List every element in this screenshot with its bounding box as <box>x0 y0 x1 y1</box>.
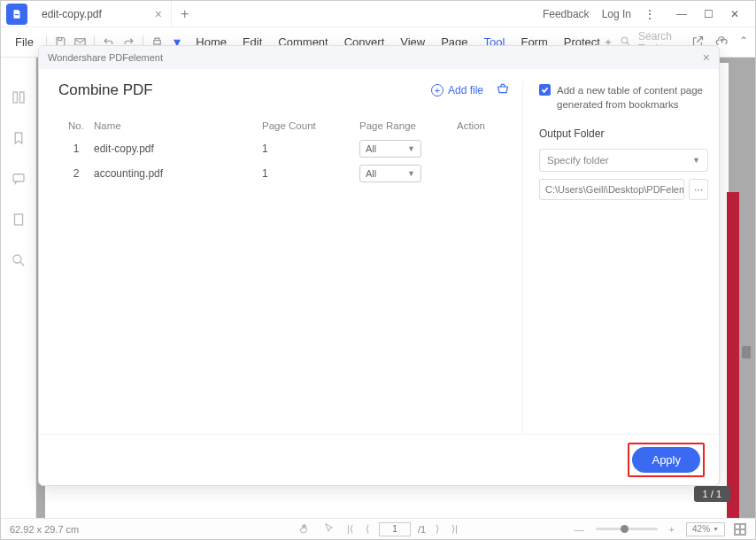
select-tool-icon[interactable] <box>320 522 337 536</box>
basket-icon[interactable] <box>496 81 510 99</box>
tab-label: edit-copy.pdf <box>42 8 102 20</box>
titlebar: edit-copy.pdf × + Feedback Log In ⋮ — ☐ … <box>1 1 755 27</box>
add-file-label: Add file <box>448 84 483 96</box>
document-tab[interactable]: edit-copy.pdf × <box>33 1 172 27</box>
svg-rect-1 <box>58 38 62 41</box>
toc-label: Add a new table of content page generate… <box>557 83 708 112</box>
files-table: No. Name Page Count Page Range Action 1 … <box>58 115 510 186</box>
chevron-down-icon: ▼ <box>713 526 719 532</box>
zoom-slider[interactable] <box>596 528 658 530</box>
row-name: edit-copy.pdf <box>94 143 262 155</box>
fit-view-icon[interactable] <box>734 523 746 536</box>
page-number-input[interactable]: 1 <box>379 522 411 536</box>
apply-button[interactable]: Apply <box>632 447 700 473</box>
zoom-in-icon[interactable]: + <box>667 524 677 535</box>
row-name: accounting.pdf <box>94 167 262 180</box>
close-window-button[interactable]: ✕ <box>721 1 748 27</box>
dialog-brand: Wondershare PDFelement <box>48 52 163 63</box>
dialog-close-icon[interactable]: × <box>703 50 710 65</box>
login-link[interactable]: Log In <box>602 8 631 20</box>
first-page-icon[interactable]: |⟨ <box>344 523 356 535</box>
page-total: /1 <box>418 524 426 535</box>
apply-highlight: Apply <box>628 443 705 477</box>
output-folder-select[interactable]: Specify folder ▼ <box>539 149 708 172</box>
svg-rect-7 <box>13 174 24 181</box>
row-pagecount: 1 <box>262 167 359 180</box>
attachment-icon[interactable] <box>11 212 27 228</box>
feedback-link[interactable]: Feedback <box>543 8 590 20</box>
more-menu-icon[interactable]: ⋮ <box>644 7 656 21</box>
svg-point-4 <box>621 37 628 43</box>
last-page-icon[interactable]: ⟩| <box>449 523 460 535</box>
zoom-value: 42% <box>692 524 710 534</box>
toc-checkbox[interactable] <box>539 84 551 96</box>
zoom-thumb[interactable] <box>621 525 629 533</box>
search-rail-icon[interactable] <box>11 252 27 268</box>
svg-rect-5 <box>13 92 18 103</box>
dialog-header: Wondershare PDFelement × <box>39 46 719 69</box>
document-edge <box>727 192 739 520</box>
svg-rect-6 <box>19 92 24 103</box>
page-dimensions: 62.92 x 29.7 cm <box>10 524 79 535</box>
chevron-down-icon: ▼ <box>407 144 415 153</box>
prev-page-icon[interactable]: ⟨ <box>363 523 372 535</box>
browse-button[interactable]: ··· <box>689 179 708 200</box>
add-file-button[interactable]: + Add file <box>431 84 483 96</box>
page-range-select[interactable]: All▼ <box>359 140 421 158</box>
table-header: No. Name Page Count Page Range Action <box>58 115 510 136</box>
folder-select-value: Specify folder <box>547 155 609 166</box>
row-pagecount: 1 <box>262 143 359 155</box>
bookmark-icon[interactable] <box>11 130 27 146</box>
zoom-out-icon[interactable]: — <box>572 524 587 535</box>
chevron-down-icon: ▼ <box>692 156 700 165</box>
range-value: All <box>366 168 376 179</box>
col-name: Name <box>94 120 262 131</box>
output-path-field[interactable]: C:\Users\Geili\Desktop\PDFelement\Cc <box>539 179 684 200</box>
thumbnails-icon[interactable] <box>11 89 27 105</box>
next-page-icon[interactable]: ⟩ <box>433 523 442 535</box>
current-page: 1 <box>392 524 397 534</box>
app-logo-icon <box>6 4 27 25</box>
page-indicator: 1 / 1 <box>694 486 730 502</box>
range-value: All <box>366 143 376 154</box>
dialog-title: Combine PDF <box>58 81 153 99</box>
svg-rect-8 <box>14 214 22 225</box>
page-range-select[interactable]: All▼ <box>359 165 421 182</box>
table-row[interactable]: 1 edit-copy.pdf 1 All▼ <box>58 136 510 161</box>
svg-rect-0 <box>15 14 19 15</box>
left-rail <box>1 58 36 518</box>
file-menu[interactable]: File <box>8 35 41 49</box>
col-no: No. <box>58 120 94 131</box>
new-tab-button[interactable]: + <box>172 6 197 22</box>
output-folder-label: Output Folder <box>539 127 708 140</box>
table-row[interactable]: 2 accounting.pdf 1 All▼ <box>58 161 510 186</box>
row-no: 2 <box>58 167 94 180</box>
col-pagecount: Page Count <box>262 120 359 131</box>
col-pagerange: Page Range <box>359 120 457 131</box>
zoom-level-select[interactable]: 42%▼ <box>686 522 725 536</box>
collapse-icon[interactable]: ⌃ <box>739 35 748 50</box>
hand-tool-icon[interactable] <box>296 522 313 536</box>
combine-pdf-dialog: Wondershare PDFelement × Combine PDF + A… <box>38 45 720 486</box>
close-tab-icon[interactable]: × <box>155 7 162 21</box>
minimize-button[interactable]: — <box>668 1 695 27</box>
svg-rect-3 <box>153 41 160 44</box>
col-action: Action <box>457 120 510 131</box>
comment-icon[interactable] <box>11 171 27 187</box>
chevron-down-icon: ▼ <box>407 169 415 178</box>
row-no: 1 <box>58 143 94 155</box>
maximize-button[interactable]: ☐ <box>695 1 721 27</box>
statusbar: 62.92 x 29.7 cm |⟨ ⟨ 1 /1 ⟩ ⟩| — + 42%▼ <box>1 518 755 539</box>
panel-handle[interactable] <box>742 346 751 359</box>
svg-point-9 <box>13 255 21 263</box>
plus-circle-icon: + <box>431 84 444 96</box>
